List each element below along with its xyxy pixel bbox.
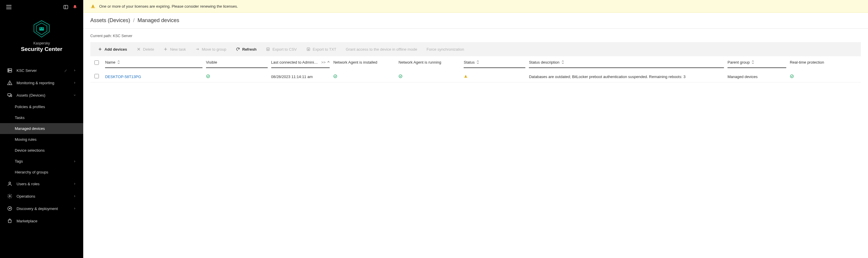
col-name[interactable]: Name [105,56,206,71]
nav-managed-devices[interactable]: Managed devices [0,123,83,134]
cell-last: 08/28/2023 11:14:11 am [271,75,313,79]
nav-label: Marketplace [17,219,37,223]
row-checkbox[interactable] [94,74,99,78]
col-expand[interactable]: >> [321,60,326,65]
bell-icon[interactable] [72,5,77,9]
col-status-desc[interactable]: Status description [529,56,727,71]
svg-point-9 [8,69,9,70]
col-agent-running[interactable]: Network Agent is running [398,56,464,71]
panel-toggle-icon[interactable] [63,4,68,10]
sort-asc-icon [327,61,330,64]
nav-label: Discovery & deployment [17,207,58,211]
brand-logo-icon [32,20,51,38]
col-rtp[interactable]: Real-time protection [790,56,861,71]
refresh-button[interactable]: Refresh [232,45,260,54]
nav-device-selections[interactable]: Device selections [0,145,83,156]
force-sync-button[interactable]: Force synchronization [422,45,468,54]
devices-table: Name Visible Last connected to Admini… >… [90,56,861,82]
chevron-right-icon [73,81,76,84]
nav-moving-rules[interactable]: Moving rules [0,134,83,145]
col-last-connected[interactable]: Last connected to Admini… >> [271,56,334,71]
col-label: Status description [529,60,559,65]
col-status[interactable]: Status [464,56,529,71]
nav-sub-label: Device selections [15,148,44,153]
sort-icon [117,60,120,64]
nav-ksc-server[interactable]: KSC Server [0,64,83,77]
pin-icon[interactable] [64,69,67,72]
server-icon [7,68,12,73]
col-label: Name [105,60,115,65]
chevron-right-icon [73,207,76,210]
hamburger-icon[interactable] [6,4,12,10]
svg-rect-22 [93,7,93,8]
move-to-group-button[interactable]: Move to group [191,45,230,54]
btn-label: Force synchronization [427,47,464,51]
nav-tasks[interactable]: Tasks [0,112,83,123]
col-visible[interactable]: Visible [206,56,271,71]
svg-point-20 [9,208,10,209]
btn-label: Move to group [202,47,226,51]
cell-status-desc: Databases are outdated; BitLocker preboo… [529,75,685,79]
export-csv-button[interactable]: Export to CSV [262,45,301,54]
col-label: Real-time protection [790,60,824,65]
chevron-right-icon [73,69,76,72]
user-icon [7,181,12,186]
check-circle-icon [398,74,403,78]
nav-policies[interactable]: Policies & profiles [0,101,83,112]
current-path: Current path: KSC Server [83,29,868,41]
warning-triangle-icon [7,80,12,85]
nav: KSC Server Monitoring & reporting Assets… [0,64,83,227]
nav-label: Assets (Devices) [17,93,45,98]
nav-sub-label: Policies & profiles [15,105,45,109]
svg-rect-6 [42,28,43,29]
nav-label: Monitoring & reporting [17,81,54,85]
chevron-down-icon [73,94,76,97]
table-container[interactable]: Name Visible Last connected to Admini… >… [83,56,868,258]
delete-button[interactable]: Delete [132,45,158,54]
svg-point-17 [9,182,11,184]
sidebar-top [0,0,83,14]
plus-icon [163,47,168,51]
nav-marketplace[interactable]: Marketplace [0,215,83,227]
nav-hierarchy[interactable]: Hierarchy of groups [0,167,83,178]
chevron-right-icon [73,195,76,198]
x-icon [137,47,141,51]
breadcrumb-sep: / [133,17,134,24]
btn-label: Export to CSV [272,47,297,51]
nav-label: Users & roles [17,182,39,186]
breadcrumb-root[interactable]: Assets (Devices) [90,17,130,24]
refresh-icon [236,47,240,51]
btn-label: Grant access to the device in offline mo… [346,47,417,51]
svg-point-12 [9,84,10,84]
new-task-button[interactable]: New task [159,45,190,54]
svg-rect-16 [11,95,12,97]
col-label: Last connected to Admini… [271,60,318,65]
col-agent-installed[interactable]: Network Agent is installed [333,56,398,71]
table-row[interactable]: DESKTOP-58T13PG 08/28/2023 11:14:11 am D [90,71,861,82]
svg-rect-4 [39,27,44,31]
sidebar: Kaspersky Security Center KSC Server Mon… [0,0,83,258]
sort-icon [561,60,564,64]
device-name-link[interactable]: DESKTOP-58T13PG [105,75,141,79]
nav-monitoring[interactable]: Monitoring & reporting [0,77,83,89]
col-parent-group[interactable]: Parent group [727,56,790,71]
breadcrumb: Assets (Devices) / Managed devices [83,13,868,29]
btn-label: Export to TXT [313,47,337,51]
nav-users[interactable]: Users & roles [0,178,83,190]
plus-icon [98,47,102,51]
nav-assets[interactable]: Assets (Devices) [0,89,83,101]
export-txt-button[interactable]: Export to TXT [302,45,341,54]
col-label: Network Agent is running [398,60,441,65]
grant-access-button[interactable]: Grant access to the device in offline mo… [342,45,422,54]
select-all-checkbox[interactable] [94,60,99,65]
nav-sub-label: Hierarchy of groups [15,170,48,174]
sort-icon [476,60,479,64]
svg-point-10 [8,71,9,72]
nav-tags[interactable]: Tags [0,156,83,167]
add-devices-button[interactable]: Add devices [94,45,131,54]
nav-operations[interactable]: Operations [0,190,83,202]
nav-sub-label: Tags [15,159,23,163]
nav-label: Operations [17,194,35,198]
nav-discovery[interactable]: Discovery & deployment [0,202,83,215]
check-circle-icon [790,74,794,78]
